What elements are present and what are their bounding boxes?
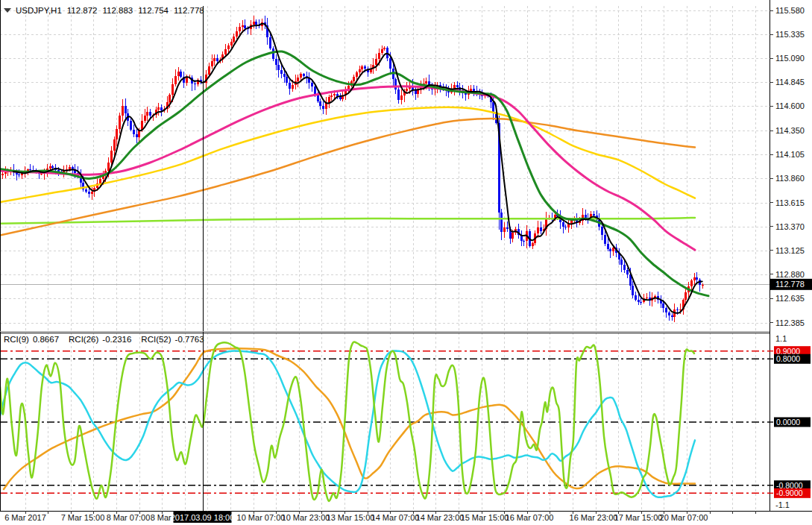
indicator-label: RCI(9) 0.8667 RCI(26) -0.2316 RCI(52) -0…: [4, 335, 214, 344]
open-value: 112.872: [67, 6, 98, 15]
chart-title: USDJPY,H1 112.872 112.883 112.754 112.77…: [4, 6, 210, 15]
rci52-value: -0.7763: [175, 335, 204, 344]
mt4-chart-window: 115.580115.335115.090114.845114.600114.3…: [0, 0, 812, 525]
time-axis[interactable]: [0, 511, 812, 525]
rci26-value: -0.2316: [102, 335, 131, 344]
high-value: 112.883: [103, 6, 133, 15]
price-axis[interactable]: [769, 0, 812, 511]
rci9-name: RCI(9): [4, 335, 29, 344]
main-chart-area[interactable]: [0, 6, 769, 330]
indicator-subwindow[interactable]: [0, 333, 769, 511]
rci26-name: RCI(26): [69, 335, 98, 344]
close-value: 112.778: [174, 6, 204, 15]
rci52-name: RCI(52): [141, 335, 171, 344]
symbol-period-label: USDJPY,H1: [16, 6, 62, 15]
rci9-value: 0.8667: [33, 335, 59, 344]
low-value: 112.754: [138, 6, 169, 15]
triangle-down-icon[interactable]: [4, 8, 11, 13]
